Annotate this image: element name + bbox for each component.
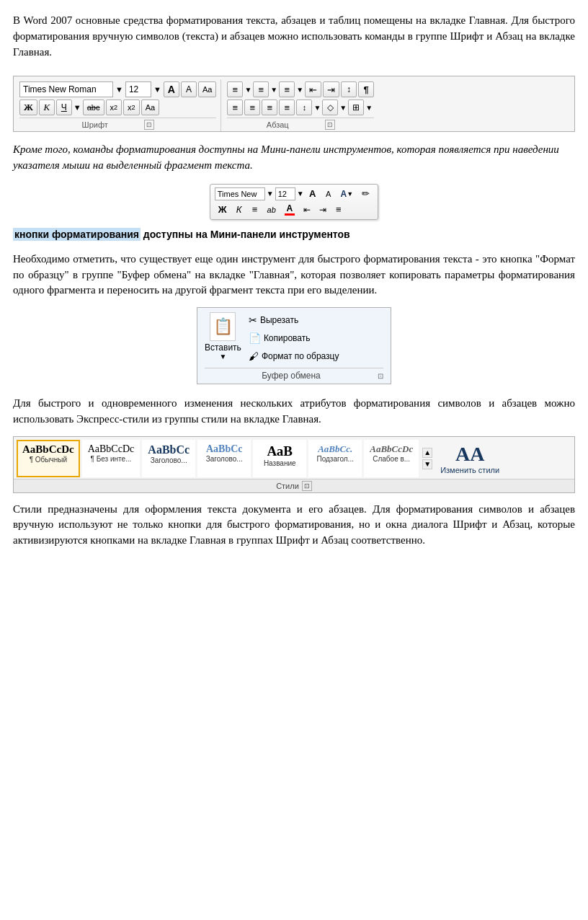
mini-font-color-indicator: A xyxy=(285,203,295,216)
paste-icon[interactable]: 📋 xyxy=(210,312,236,341)
style-heading1-label: Заголово... xyxy=(148,456,190,464)
font-group-label: Шрифт xyxy=(82,120,108,129)
font-name-dropdown-icon[interactable]: ▼ xyxy=(115,85,123,94)
grow-font-button[interactable]: A xyxy=(164,81,179,97)
mini-align-center-button[interactable]: ≡ xyxy=(248,203,262,217)
mini-font-color-dropdown-button[interactable]: A ▼ xyxy=(337,187,357,201)
caption-line: кнопки форматирования доступны на Мини-п… xyxy=(13,229,575,240)
subscript-button[interactable]: x2 xyxy=(106,99,122,115)
font-name-input[interactable] xyxy=(19,81,113,97)
style-weak[interactable]: AaBbCcDc Слабое в... xyxy=(364,440,419,477)
align-left-button[interactable]: ≡ xyxy=(227,99,243,115)
styles-panel: AaBbCcDc ¶ Обычный AaBbCcDc ¶ Без инте..… xyxy=(13,436,575,493)
paragraph-group-label: Абзац xyxy=(267,120,289,129)
buffer-expand-icon[interactable]: ⊡ xyxy=(378,372,383,380)
change-styles-button[interactable]: АА Изменить стили xyxy=(436,440,504,477)
pilcrow-button[interactable]: ¶ xyxy=(358,81,374,97)
mini-font-color-icon: A xyxy=(341,189,347,199)
style-normal-sample: AaBbCcDc xyxy=(22,443,74,456)
mini-highlight-button[interactable]: ab xyxy=(264,203,280,217)
cut-item[interactable]: ✂ Вырезать xyxy=(246,312,383,328)
mini-decrease-indent-button[interactable]: ⇤ xyxy=(300,203,314,217)
style-heading1-sample: AaBbCс xyxy=(148,443,190,456)
mini-font-dropdown-icon[interactable]: ▼ xyxy=(267,190,274,198)
style-title[interactable]: АаВ Название xyxy=(253,440,306,477)
styles-group-title: Стили xyxy=(276,482,299,490)
style-no-interval[interactable]: AaBbCcDc ¶ Без инте... xyxy=(82,440,141,477)
font-size-dropdown-icon[interactable]: ▼ xyxy=(153,85,161,94)
paste-arrow[interactable]: ▼ xyxy=(219,353,226,361)
font-expand-icon[interactable]: ⊡ xyxy=(144,120,154,130)
line-spacing-button[interactable]: ↕ xyxy=(296,99,312,115)
format-painter-label: Формат по образцу xyxy=(262,351,339,361)
format-painter-icon: 🖌 xyxy=(249,350,259,362)
multilevel-button[interactable]: ≡ xyxy=(279,81,295,97)
style-weak-label: Слабое в... xyxy=(370,455,413,463)
copy-label: Копировать xyxy=(264,333,311,343)
font-size-input[interactable] xyxy=(125,81,151,97)
paragraph-expand-icon[interactable]: ⊡ xyxy=(325,120,335,130)
mini-font-color-button[interactable]: A xyxy=(281,203,298,217)
styles-scroll-controls: ▲ ▼ xyxy=(421,440,434,477)
decrease-indent-button[interactable]: ⇤ xyxy=(305,81,321,97)
align-right-button[interactable]: ≡ xyxy=(262,99,277,115)
buffer-group-title: Буфер обмена xyxy=(205,371,378,381)
numbering-arrow[interactable]: ▼ xyxy=(270,86,277,94)
increase-indent-button[interactable]: ⇥ xyxy=(323,81,339,97)
para3: Для быстрого и одновременного изменения … xyxy=(13,396,575,428)
bullets-arrow[interactable]: ▼ xyxy=(244,86,251,94)
change-case-button[interactable]: Aa xyxy=(198,81,216,97)
strikethrough-button[interactable]: abc xyxy=(83,99,104,115)
bullets-button[interactable]: ≡ xyxy=(227,81,243,97)
shading-arrow[interactable]: ▼ xyxy=(339,104,347,112)
styles-expand-icon[interactable]: ⊡ xyxy=(302,481,312,491)
style-heading1[interactable]: AaBbCс Заголово... xyxy=(142,440,195,477)
mini-font-name-input[interactable] xyxy=(215,187,265,200)
line-spacing-arrow[interactable]: ▼ xyxy=(313,104,321,112)
borders-button[interactable]: ⊞ xyxy=(348,99,364,115)
copy-icon: 📄 xyxy=(249,332,261,344)
intro-paragraph: В Word 2007 основные средства форматиров… xyxy=(13,13,575,60)
copy-item[interactable]: 📄 Копировать xyxy=(246,330,383,346)
shrink-font-button[interactable]: A xyxy=(181,81,197,97)
style-subtitle[interactable]: AaBbCc. Подзагол... xyxy=(308,440,362,477)
style-heading2[interactable]: AaBbCc Заголово... xyxy=(197,440,251,477)
bold-button[interactable]: Ж xyxy=(19,99,37,115)
format-painter-item[interactable]: 🖌 Формат по образцу xyxy=(246,348,383,364)
mini-grow-font-button[interactable]: A xyxy=(306,187,320,201)
mini-bullets-button[interactable]: ≡ xyxy=(331,203,346,217)
caption-rest-text: доступны на Мини-панели инструментов xyxy=(141,229,350,240)
underline-button[interactable]: Ч xyxy=(56,99,72,115)
cut-label: Вырезать xyxy=(260,315,298,325)
sort-button[interactable]: ↕ xyxy=(341,81,357,97)
cut-icon: ✂ xyxy=(249,314,257,326)
change-styles-label: Изменить стили xyxy=(440,466,499,474)
underline-arrow[interactable]: ▼ xyxy=(74,103,81,112)
mini-format-painter-button[interactable]: ✏ xyxy=(358,187,373,201)
align-justify-button[interactable]: ≡ xyxy=(279,99,295,115)
paste-label[interactable]: Вставить xyxy=(205,342,241,353)
numbering-button[interactable]: ≡ xyxy=(253,81,269,97)
styles-scroll-down[interactable]: ▼ xyxy=(422,459,432,469)
style-title-sample: АаВ xyxy=(259,443,300,459)
style-title-label: Название xyxy=(259,459,300,467)
styles-scroll-up[interactable]: ▲ xyxy=(422,448,432,458)
mini-font-size-input[interactable] xyxy=(275,187,295,200)
shading-button[interactable]: ◇ xyxy=(322,99,338,115)
mini-italic-button[interactable]: К xyxy=(232,203,246,217)
mini-size-dropdown-icon[interactable]: ▼ xyxy=(297,190,304,198)
mini-bold-button[interactable]: Ж xyxy=(215,203,231,217)
superscript-button[interactable]: x2 xyxy=(123,99,140,115)
align-center-button[interactable]: ≡ xyxy=(244,99,260,115)
mini-shrink-font-button[interactable]: A xyxy=(321,187,336,201)
main-ribbon: ▼ ▼ A A Aa Ж К Ч ▼ abc x2 x2 Aa Шрифт ⊡ xyxy=(13,76,575,132)
italic-button[interactable]: К xyxy=(39,99,55,115)
borders-arrow[interactable]: ▼ xyxy=(365,104,373,112)
clear-format-button[interactable]: Aa xyxy=(141,99,159,115)
style-normal[interactable]: AaBbCcDc ¶ Обычный xyxy=(17,440,80,477)
mini-toolbar-container: ▼ ▼ A A A ▼ ✏ Ж К ≡ ab A ⇤ ⇥ ≡ xyxy=(13,184,575,220)
buffer-panel-container: 📋 Вставить ▼ ✂ Вырезать 📄 Копировать 🖌 xyxy=(13,307,575,384)
style-nointerval-label: ¶ Без инте... xyxy=(88,455,135,463)
multilevel-arrow[interactable]: ▼ xyxy=(296,86,303,94)
mini-increase-indent-button[interactable]: ⇥ xyxy=(316,203,330,217)
